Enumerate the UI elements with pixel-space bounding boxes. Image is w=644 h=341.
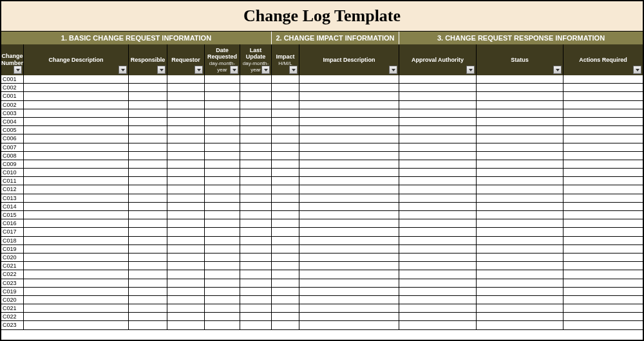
table-cell[interactable] bbox=[564, 296, 643, 304]
table-cell[interactable] bbox=[477, 160, 564, 168]
table-cell[interactable] bbox=[477, 237, 564, 244]
table-row[interactable]: C002 bbox=[1, 84, 643, 92]
table-cell[interactable] bbox=[299, 279, 399, 287]
table-cell[interactable] bbox=[129, 228, 167, 235]
table-row[interactable]: C006 bbox=[1, 134, 643, 143]
table-cell[interactable] bbox=[272, 169, 299, 176]
table-cell[interactable] bbox=[240, 296, 272, 304]
table-row[interactable]: C004 bbox=[1, 118, 643, 126]
table-cell[interactable] bbox=[564, 84, 643, 91]
table-cell[interactable] bbox=[240, 169, 272, 176]
table-cell[interactable]: C009 bbox=[1, 160, 24, 168]
table-cell[interactable] bbox=[240, 288, 272, 295]
table-cell[interactable] bbox=[399, 237, 477, 244]
table-row[interactable]: C018 bbox=[1, 237, 643, 245]
table-cell[interactable] bbox=[477, 321, 564, 329]
table-cell[interactable] bbox=[477, 75, 564, 83]
table-cell[interactable] bbox=[399, 219, 477, 227]
table-cell[interactable] bbox=[477, 253, 564, 261]
table-cell[interactable] bbox=[167, 321, 205, 329]
col-responsible[interactable]: Responsible bbox=[129, 44, 167, 75]
table-cell[interactable] bbox=[272, 185, 299, 193]
table-cell[interactable] bbox=[477, 101, 564, 109]
table-cell[interactable] bbox=[399, 288, 477, 295]
table-cell[interactable]: C023 bbox=[1, 279, 24, 287]
table-row[interactable]: C015 bbox=[1, 211, 643, 219]
table-cell[interactable] bbox=[129, 245, 167, 253]
table-cell[interactable] bbox=[564, 109, 643, 117]
table-cell[interactable]: C002 bbox=[1, 101, 24, 109]
table-cell[interactable] bbox=[24, 143, 129, 151]
filter-dropdown-icon[interactable] bbox=[553, 66, 562, 74]
table-cell[interactable] bbox=[272, 101, 299, 109]
table-cell[interactable] bbox=[129, 75, 167, 83]
table-cell[interactable] bbox=[299, 118, 399, 125]
table-cell[interactable]: C016 bbox=[1, 219, 24, 227]
col-change-number[interactable]: Change Number bbox=[1, 44, 24, 75]
table-cell[interactable] bbox=[129, 279, 167, 287]
table-cell[interactable] bbox=[299, 245, 399, 253]
table-cell[interactable] bbox=[240, 304, 272, 312]
table-cell[interactable] bbox=[240, 152, 272, 160]
table-cell[interactable] bbox=[299, 134, 399, 142]
table-cell[interactable] bbox=[299, 211, 399, 219]
table-cell[interactable] bbox=[167, 118, 205, 125]
table-cell[interactable] bbox=[24, 237, 129, 244]
table-cell[interactable] bbox=[24, 279, 129, 287]
table-cell[interactable] bbox=[205, 262, 240, 270]
table-cell[interactable] bbox=[129, 92, 167, 100]
table-cell[interactable] bbox=[205, 288, 240, 295]
table-cell[interactable] bbox=[299, 194, 399, 202]
table-cell[interactable] bbox=[240, 279, 272, 287]
table-cell[interactable] bbox=[272, 262, 299, 270]
table-cell[interactable] bbox=[477, 92, 564, 100]
table-cell[interactable] bbox=[167, 84, 205, 91]
table-cell[interactable] bbox=[24, 152, 129, 160]
table-cell[interactable] bbox=[564, 118, 643, 125]
table-cell[interactable] bbox=[205, 152, 240, 160]
table-cell[interactable] bbox=[477, 84, 564, 91]
table-cell[interactable] bbox=[272, 245, 299, 253]
col-status[interactable]: Status bbox=[477, 44, 564, 75]
table-row[interactable]: C013 bbox=[1, 194, 643, 203]
table-cell[interactable]: C007 bbox=[1, 143, 24, 151]
table-cell[interactable] bbox=[240, 118, 272, 125]
table-cell[interactable] bbox=[240, 245, 272, 253]
table-cell[interactable] bbox=[564, 262, 643, 270]
table-cell[interactable] bbox=[24, 92, 129, 100]
table-cell[interactable]: C017 bbox=[1, 228, 24, 235]
table-cell[interactable] bbox=[477, 152, 564, 160]
table-cell[interactable] bbox=[24, 84, 129, 91]
table-cell[interactable] bbox=[477, 177, 564, 185]
table-cell[interactable] bbox=[205, 169, 240, 176]
table-cell[interactable] bbox=[564, 228, 643, 235]
table-cell[interactable]: C021 bbox=[1, 262, 24, 270]
table-cell[interactable] bbox=[299, 75, 399, 83]
table-cell[interactable] bbox=[240, 211, 272, 219]
table-cell[interactable]: C008 bbox=[1, 152, 24, 160]
table-cell[interactable] bbox=[205, 321, 240, 329]
table-cell[interactable] bbox=[299, 262, 399, 270]
table-cell[interactable]: C021 bbox=[1, 304, 24, 312]
col-actions-required[interactable]: Actions Required bbox=[564, 44, 643, 75]
table-cell[interactable] bbox=[299, 152, 399, 160]
table-cell[interactable] bbox=[564, 253, 643, 261]
table-cell[interactable] bbox=[564, 169, 643, 176]
table-row[interactable]: C019 bbox=[1, 245, 643, 253]
table-cell[interactable] bbox=[299, 177, 399, 185]
table-cell[interactable] bbox=[564, 219, 643, 227]
table-cell[interactable]: C018 bbox=[1, 237, 24, 244]
table-cell[interactable] bbox=[24, 75, 129, 83]
table-cell[interactable] bbox=[240, 262, 272, 270]
table-cell[interactable] bbox=[240, 92, 272, 100]
table-cell[interactable] bbox=[240, 75, 272, 83]
table-cell[interactable] bbox=[564, 321, 643, 329]
table-cell[interactable] bbox=[272, 126, 299, 134]
table-cell[interactable] bbox=[564, 279, 643, 287]
table-cell[interactable] bbox=[564, 211, 643, 219]
table-cell[interactable] bbox=[564, 160, 643, 168]
table-cell[interactable] bbox=[564, 245, 643, 253]
table-cell[interactable] bbox=[240, 177, 272, 185]
table-cell[interactable] bbox=[167, 279, 205, 287]
table-cell[interactable] bbox=[299, 203, 399, 210]
